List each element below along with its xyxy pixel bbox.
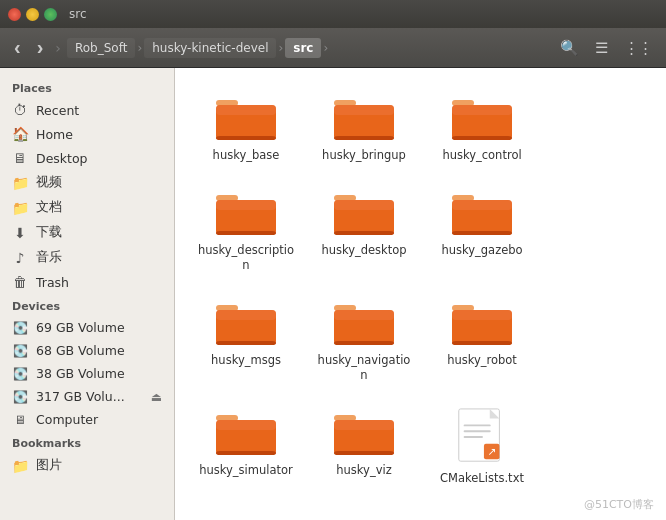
bookmarks-header: Bookmarks: [0, 431, 174, 453]
file-name-husky_navigation: husky_navigation: [315, 353, 413, 383]
svg-rect-42: [334, 420, 394, 430]
sidebar-item-music[interactable]: ♪ 音乐: [0, 245, 174, 270]
sidebar-item-videos[interactable]: 📁 视频: [0, 170, 174, 195]
file-item-husky_simulator[interactable]: husky_simulator: [191, 399, 301, 494]
vol317-icon: 💽: [12, 390, 28, 404]
file-item-husky_msgs[interactable]: husky_msgs: [191, 289, 301, 391]
folder-icon-husky_gazebo: [450, 187, 514, 239]
file-name-husky_viz: husky_viz: [336, 463, 391, 478]
sidebar-item-computer[interactable]: 🖥 Computer: [0, 408, 174, 431]
svg-rect-6: [334, 105, 394, 115]
breadcrumb-sep-1: ›: [137, 41, 142, 55]
svg-rect-10: [452, 105, 512, 115]
vol69-label: 69 GB Volume: [36, 320, 125, 335]
view-list-button[interactable]: ☰: [589, 35, 614, 61]
sidebar-item-vol68[interactable]: 💽 68 GB Volume: [0, 339, 174, 362]
folder-icon-husky_description: [214, 187, 278, 239]
breadcrumb-husky-kinetic[interactable]: husky-kinetic-devel: [144, 38, 276, 58]
forward-button[interactable]: ›: [31, 32, 50, 63]
videos-label: 视频: [36, 174, 62, 191]
maximize-button[interactable]: [44, 8, 57, 21]
file-item-husky_navigation[interactable]: husky_navigation: [309, 289, 419, 391]
minimize-button[interactable]: [26, 8, 39, 21]
back-button[interactable]: ‹: [8, 32, 27, 63]
sidebar-item-desktop[interactable]: 🖥 Desktop: [0, 146, 174, 170]
file-name-husky_control: husky_control: [442, 148, 521, 163]
desktop-label: Desktop: [36, 151, 88, 166]
trash-icon: 🗑: [12, 274, 28, 290]
folder-icon-husky_msgs: [214, 297, 278, 349]
window-title: src: [69, 7, 87, 21]
trash-label: Trash: [36, 275, 69, 290]
videos-icon: 📁: [12, 175, 28, 191]
vol69-icon: 💽: [12, 321, 28, 335]
file-item-husky_gazebo[interactable]: husky_gazebo: [427, 179, 537, 281]
sidebar-item-vol69[interactable]: 💽 69 GB Volume: [0, 316, 174, 339]
close-button[interactable]: [8, 8, 21, 21]
toolbar: ‹ › › Rob_Soft › husky-kinetic-devel › s…: [0, 28, 666, 68]
places-header: Places: [0, 76, 174, 98]
svg-rect-3: [216, 136, 276, 140]
file-item-husky_robot[interactable]: husky_robot: [427, 289, 537, 391]
window-controls: [8, 8, 57, 21]
eject-icon[interactable]: ⏏: [151, 390, 162, 404]
folder-icon-husky_bringup: [332, 92, 396, 144]
breadcrumb: Rob_Soft › husky-kinetic-devel › src ›: [67, 38, 550, 58]
search-button[interactable]: 🔍: [554, 35, 585, 61]
file-item-husky_desktop[interactable]: husky_desktop: [309, 179, 419, 281]
music-icon: ♪: [12, 250, 28, 266]
breadcrumb-src[interactable]: src: [285, 38, 321, 58]
pictures-icon: 📁: [12, 458, 28, 474]
file-name-husky_bringup: husky_bringup: [322, 148, 406, 163]
folder-icon-husky_robot: [450, 297, 514, 349]
file-name-husky_description: husky_description: [197, 243, 295, 273]
svg-rect-47: [464, 424, 491, 426]
svg-rect-7: [334, 136, 394, 140]
sidebar-item-documents[interactable]: 📁 文档: [0, 195, 174, 220]
pictures-label: 图片: [36, 457, 62, 474]
svg-rect-11: [452, 136, 512, 140]
sidebar-item-home[interactable]: 🏠 Home: [0, 122, 174, 146]
file-item-cmakelists[interactable]: ↗ CMakeLists.txt: [427, 399, 537, 494]
documents-label: 文档: [36, 199, 62, 216]
sidebar-item-downloads[interactable]: ⬇ 下载: [0, 220, 174, 245]
sidebar-item-pictures[interactable]: 📁 图片: [0, 453, 174, 478]
computer-icon: 🖥: [12, 413, 28, 427]
file-name-husky_desktop: husky_desktop: [321, 243, 406, 258]
music-label: 音乐: [36, 249, 62, 266]
vol38-label: 38 GB Volume: [36, 366, 125, 381]
file-name-husky_gazebo: husky_gazebo: [441, 243, 522, 258]
recent-label: Recent: [36, 103, 79, 118]
documents-icon: 📁: [12, 200, 28, 216]
vol68-icon: 💽: [12, 344, 28, 358]
file-item-husky_viz[interactable]: husky_viz: [309, 399, 419, 494]
file-name-husky_simulator: husky_simulator: [199, 463, 293, 478]
svg-rect-22: [452, 200, 512, 210]
titlebar: src: [0, 0, 666, 28]
file-item-husky_control[interactable]: husky_control: [427, 84, 537, 171]
svg-rect-31: [334, 341, 394, 345]
sidebar-item-trash[interactable]: 🗑 Trash: [0, 270, 174, 294]
file-item-husky_bringup[interactable]: husky_bringup: [309, 84, 419, 171]
folder-icon-husky_simulator: [214, 407, 278, 459]
recent-icon: ⏱: [12, 102, 28, 118]
svg-rect-48: [464, 430, 491, 432]
file-item-husky_description[interactable]: husky_description: [191, 179, 301, 281]
view-grid-button[interactable]: ⋮⋮: [618, 35, 658, 61]
folder-icon-husky_viz: [332, 407, 396, 459]
home-icon: 🏠: [12, 126, 28, 142]
svg-rect-43: [334, 451, 394, 455]
txt-icon-cmakelists: ↗: [456, 407, 508, 467]
main-content: Places ⏱ Recent 🏠 Home 🖥 Desktop 📁 视频 📁 …: [0, 68, 666, 520]
svg-rect-15: [216, 231, 276, 235]
sidebar-item-vol317[interactable]: 💽 317 GB Volu... ⏏: [0, 385, 174, 408]
vol317-label: 317 GB Volu...: [36, 389, 125, 404]
sidebar-item-recent[interactable]: ⏱ Recent: [0, 98, 174, 122]
folder-icon-husky_base: [214, 92, 278, 144]
folder-icon-husky_control: [450, 92, 514, 144]
sidebar-item-vol38[interactable]: 💽 38 GB Volume: [0, 362, 174, 385]
file-name-husky_base: husky_base: [213, 148, 280, 163]
file-item-husky_base[interactable]: husky_base: [191, 84, 301, 171]
svg-rect-23: [452, 231, 512, 235]
breadcrumb-rob-soft[interactable]: Rob_Soft: [67, 38, 135, 58]
